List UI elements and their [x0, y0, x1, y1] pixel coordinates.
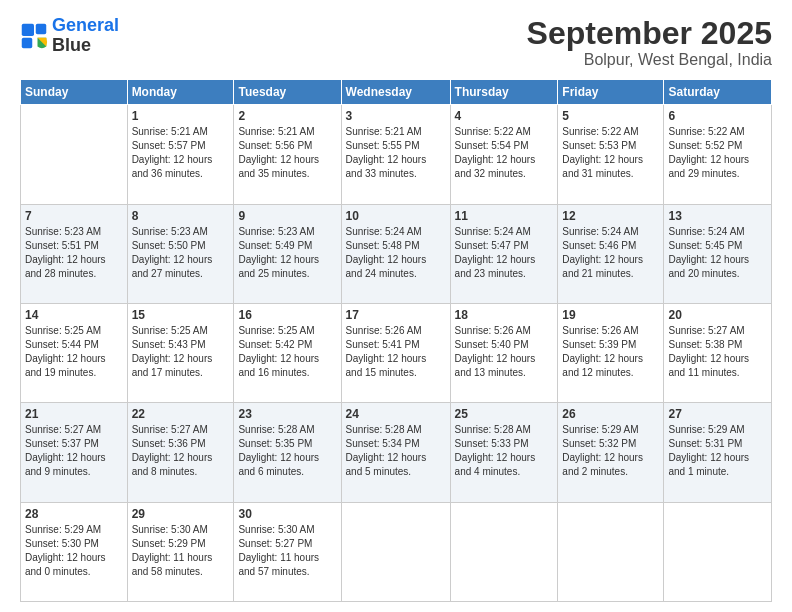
day-info: Sunrise: 5:23 AM Sunset: 5:50 PM Dayligh…	[132, 225, 230, 281]
calendar-week-row: 7Sunrise: 5:23 AM Sunset: 5:51 PM Daylig…	[21, 204, 772, 303]
col-wednesday: Wednesday	[341, 80, 450, 105]
table-row: 26Sunrise: 5:29 AM Sunset: 5:32 PM Dayli…	[558, 403, 664, 502]
day-info: Sunrise: 5:27 AM Sunset: 5:36 PM Dayligh…	[132, 423, 230, 479]
table-row: 27Sunrise: 5:29 AM Sunset: 5:31 PM Dayli…	[664, 403, 772, 502]
col-sunday: Sunday	[21, 80, 128, 105]
day-info: Sunrise: 5:29 AM Sunset: 5:30 PM Dayligh…	[25, 523, 123, 579]
table-row: 30Sunrise: 5:30 AM Sunset: 5:27 PM Dayli…	[234, 502, 341, 601]
day-info: Sunrise: 5:26 AM Sunset: 5:40 PM Dayligh…	[455, 324, 554, 380]
table-row: 18Sunrise: 5:26 AM Sunset: 5:40 PM Dayli…	[450, 303, 558, 402]
calendar-header-row: Sunday Monday Tuesday Wednesday Thursday…	[21, 80, 772, 105]
table-row	[558, 502, 664, 601]
day-info: Sunrise: 5:27 AM Sunset: 5:38 PM Dayligh…	[668, 324, 767, 380]
day-number: 25	[455, 406, 554, 422]
day-number: 26	[562, 406, 659, 422]
day-info: Sunrise: 5:22 AM Sunset: 5:52 PM Dayligh…	[668, 125, 767, 181]
title-block: September 2025 Bolpur, West Bengal, Indi…	[527, 16, 772, 69]
table-row: 25Sunrise: 5:28 AM Sunset: 5:33 PM Dayli…	[450, 403, 558, 502]
day-number: 22	[132, 406, 230, 422]
day-info: Sunrise: 5:22 AM Sunset: 5:53 PM Dayligh…	[562, 125, 659, 181]
day-info: Sunrise: 5:21 AM Sunset: 5:56 PM Dayligh…	[238, 125, 336, 181]
table-row	[450, 502, 558, 601]
day-info: Sunrise: 5:25 AM Sunset: 5:42 PM Dayligh…	[238, 324, 336, 380]
table-row: 10Sunrise: 5:24 AM Sunset: 5:48 PM Dayli…	[341, 204, 450, 303]
table-row: 11Sunrise: 5:24 AM Sunset: 5:47 PM Dayli…	[450, 204, 558, 303]
page: General Blue September 2025 Bolpur, West…	[0, 0, 792, 612]
day-number: 20	[668, 307, 767, 323]
logo-line2: Blue	[52, 36, 119, 56]
logo-icon	[20, 22, 48, 50]
day-number: 6	[668, 108, 767, 124]
table-row: 14Sunrise: 5:25 AM Sunset: 5:44 PM Dayli…	[21, 303, 128, 402]
table-row: 3Sunrise: 5:21 AM Sunset: 5:55 PM Daylig…	[341, 105, 450, 204]
calendar-week-row: 14Sunrise: 5:25 AM Sunset: 5:44 PM Dayli…	[21, 303, 772, 402]
table-row: 13Sunrise: 5:24 AM Sunset: 5:45 PM Dayli…	[664, 204, 772, 303]
svg-rect-0	[22, 24, 34, 36]
day-info: Sunrise: 5:26 AM Sunset: 5:41 PM Dayligh…	[346, 324, 446, 380]
day-number: 30	[238, 506, 336, 522]
col-friday: Friday	[558, 80, 664, 105]
day-info: Sunrise: 5:30 AM Sunset: 5:27 PM Dayligh…	[238, 523, 336, 579]
col-saturday: Saturday	[664, 80, 772, 105]
day-number: 18	[455, 307, 554, 323]
table-row: 17Sunrise: 5:26 AM Sunset: 5:41 PM Dayli…	[341, 303, 450, 402]
day-number: 7	[25, 208, 123, 224]
table-row: 4Sunrise: 5:22 AM Sunset: 5:54 PM Daylig…	[450, 105, 558, 204]
table-row: 6Sunrise: 5:22 AM Sunset: 5:52 PM Daylig…	[664, 105, 772, 204]
day-info: Sunrise: 5:25 AM Sunset: 5:43 PM Dayligh…	[132, 324, 230, 380]
day-number: 28	[25, 506, 123, 522]
calendar-week-row: 28Sunrise: 5:29 AM Sunset: 5:30 PM Dayli…	[21, 502, 772, 601]
col-thursday: Thursday	[450, 80, 558, 105]
table-row: 15Sunrise: 5:25 AM Sunset: 5:43 PM Dayli…	[127, 303, 234, 402]
table-row: 9Sunrise: 5:23 AM Sunset: 5:49 PM Daylig…	[234, 204, 341, 303]
table-row: 24Sunrise: 5:28 AM Sunset: 5:34 PM Dayli…	[341, 403, 450, 502]
logo-text: General Blue	[52, 16, 119, 56]
table-row: 7Sunrise: 5:23 AM Sunset: 5:51 PM Daylig…	[21, 204, 128, 303]
day-number: 17	[346, 307, 446, 323]
logo: General Blue	[20, 16, 119, 56]
calendar-subtitle: Bolpur, West Bengal, India	[527, 51, 772, 69]
table-row: 28Sunrise: 5:29 AM Sunset: 5:30 PM Dayli…	[21, 502, 128, 601]
day-info: Sunrise: 5:30 AM Sunset: 5:29 PM Dayligh…	[132, 523, 230, 579]
svg-rect-1	[36, 24, 47, 35]
day-info: Sunrise: 5:23 AM Sunset: 5:51 PM Dayligh…	[25, 225, 123, 281]
day-info: Sunrise: 5:24 AM Sunset: 5:45 PM Dayligh…	[668, 225, 767, 281]
day-number: 29	[132, 506, 230, 522]
day-number: 16	[238, 307, 336, 323]
table-row: 2Sunrise: 5:21 AM Sunset: 5:56 PM Daylig…	[234, 105, 341, 204]
day-number: 24	[346, 406, 446, 422]
day-number: 14	[25, 307, 123, 323]
calendar-table: Sunday Monday Tuesday Wednesday Thursday…	[20, 79, 772, 602]
table-row: 16Sunrise: 5:25 AM Sunset: 5:42 PM Dayli…	[234, 303, 341, 402]
header: General Blue September 2025 Bolpur, West…	[20, 16, 772, 69]
table-row: 22Sunrise: 5:27 AM Sunset: 5:36 PM Dayli…	[127, 403, 234, 502]
day-info: Sunrise: 5:28 AM Sunset: 5:35 PM Dayligh…	[238, 423, 336, 479]
calendar-title: September 2025	[527, 16, 772, 51]
table-row: 21Sunrise: 5:27 AM Sunset: 5:37 PM Dayli…	[21, 403, 128, 502]
day-number: 5	[562, 108, 659, 124]
calendar-week-row: 1Sunrise: 5:21 AM Sunset: 5:57 PM Daylig…	[21, 105, 772, 204]
day-number: 12	[562, 208, 659, 224]
day-number: 9	[238, 208, 336, 224]
table-row: 12Sunrise: 5:24 AM Sunset: 5:46 PM Dayli…	[558, 204, 664, 303]
svg-rect-2	[22, 38, 33, 49]
day-number: 19	[562, 307, 659, 323]
day-number: 3	[346, 108, 446, 124]
day-info: Sunrise: 5:28 AM Sunset: 5:34 PM Dayligh…	[346, 423, 446, 479]
calendar-week-row: 21Sunrise: 5:27 AM Sunset: 5:37 PM Dayli…	[21, 403, 772, 502]
day-info: Sunrise: 5:24 AM Sunset: 5:46 PM Dayligh…	[562, 225, 659, 281]
day-info: Sunrise: 5:21 AM Sunset: 5:57 PM Dayligh…	[132, 125, 230, 181]
table-row: 8Sunrise: 5:23 AM Sunset: 5:50 PM Daylig…	[127, 204, 234, 303]
day-number: 23	[238, 406, 336, 422]
day-info: Sunrise: 5:22 AM Sunset: 5:54 PM Dayligh…	[455, 125, 554, 181]
day-number: 2	[238, 108, 336, 124]
day-number: 21	[25, 406, 123, 422]
table-row: 20Sunrise: 5:27 AM Sunset: 5:38 PM Dayli…	[664, 303, 772, 402]
day-info: Sunrise: 5:28 AM Sunset: 5:33 PM Dayligh…	[455, 423, 554, 479]
day-info: Sunrise: 5:29 AM Sunset: 5:31 PM Dayligh…	[668, 423, 767, 479]
table-row: 1Sunrise: 5:21 AM Sunset: 5:57 PM Daylig…	[127, 105, 234, 204]
table-row	[341, 502, 450, 601]
table-row: 19Sunrise: 5:26 AM Sunset: 5:39 PM Dayli…	[558, 303, 664, 402]
table-row: 29Sunrise: 5:30 AM Sunset: 5:29 PM Dayli…	[127, 502, 234, 601]
day-info: Sunrise: 5:24 AM Sunset: 5:47 PM Dayligh…	[455, 225, 554, 281]
